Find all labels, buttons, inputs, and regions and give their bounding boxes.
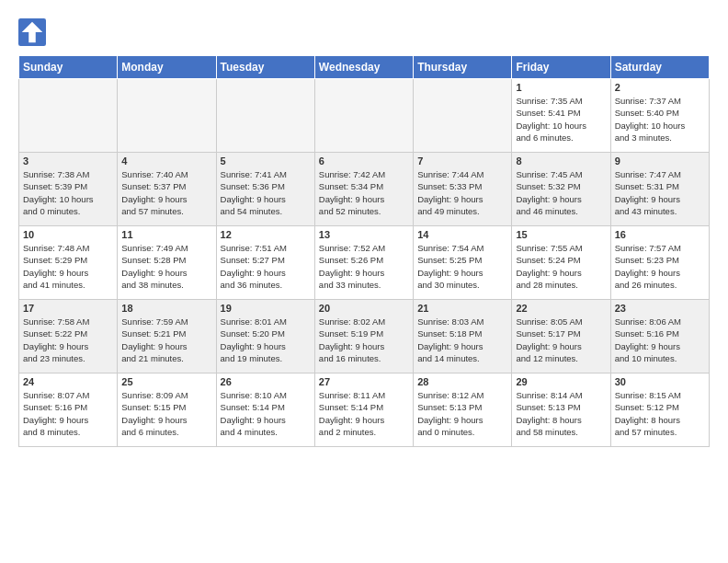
calendar-cell: 23Sunrise: 8:06 AM Sunset: 5:16 PM Dayli… [610,300,709,373]
day-info: Sunrise: 7:37 AM Sunset: 5:40 PM Dayligh… [615,95,705,144]
calendar-cell: 1Sunrise: 7:35 AM Sunset: 5:41 PM Daylig… [512,79,610,153]
day-number: 5 [221,155,311,167]
day-number: 10 [23,229,113,240]
calendar-cell: 12Sunrise: 7:51 AM Sunset: 5:27 PM Dayli… [216,226,314,300]
page: SundayMondayTuesdayWednesdayThursdayFrid… [0,0,728,456]
calendar-cell [414,79,512,153]
day-number: 2 [615,82,705,93]
day-info: Sunrise: 7:57 AM Sunset: 5:23 PM Dayligh… [615,242,705,291]
header-row: SundayMondayTuesdayWednesdayThursdayFrid… [19,56,710,79]
day-number: 18 [121,303,211,314]
calendar-cell [314,79,413,153]
day-info: Sunrise: 7:40 AM Sunset: 5:37 PM Dayligh… [121,168,211,217]
day-number: 1 [516,82,606,93]
day-info: Sunrise: 7:58 AM Sunset: 5:22 PM Dayligh… [23,316,113,364]
calendar-cell: 16Sunrise: 7:57 AM Sunset: 5:23 PM Dayli… [610,226,709,300]
day-info: Sunrise: 7:54 AM Sunset: 5:25 PM Dayligh… [417,242,507,291]
day-info: Sunrise: 8:09 AM Sunset: 5:15 PM Dayligh… [121,389,211,438]
logo [18,18,50,46]
day-info: Sunrise: 8:01 AM Sunset: 5:20 PM Dayligh… [221,316,311,364]
day-info: Sunrise: 7:52 AM Sunset: 5:26 PM Dayligh… [319,242,409,291]
day-number: 13 [319,229,409,240]
day-info: Sunrise: 7:49 AM Sunset: 5:28 PM Dayligh… [121,242,211,291]
day-info: Sunrise: 8:02 AM Sunset: 5:19 PM Dayligh… [319,316,409,364]
week-row-4: 24Sunrise: 8:07 AM Sunset: 5:16 PM Dayli… [19,373,710,447]
day-info: Sunrise: 8:14 AM Sunset: 5:13 PM Dayligh… [516,389,606,438]
day-number: 27 [319,376,409,387]
calendar-cell: 29Sunrise: 8:14 AM Sunset: 5:13 PM Dayli… [512,373,610,447]
day-info: Sunrise: 8:15 AM Sunset: 5:12 PM Dayligh… [615,389,705,438]
calendar-cell: 9Sunrise: 7:47 AM Sunset: 5:31 PM Daylig… [610,153,709,226]
calendar-cell: 7Sunrise: 7:44 AM Sunset: 5:33 PM Daylig… [414,153,512,226]
day-number: 29 [516,376,606,387]
day-number: 8 [516,155,606,167]
calendar-cell: 6Sunrise: 7:42 AM Sunset: 5:34 PM Daylig… [314,153,413,226]
header-day-monday: Monday [118,56,216,79]
calendar-cell: 27Sunrise: 8:11 AM Sunset: 5:14 PM Dayli… [314,373,413,447]
day-number: 21 [417,303,507,314]
calendar-cell: 3Sunrise: 7:38 AM Sunset: 5:39 PM Daylig… [19,153,118,226]
day-number: 24 [23,376,113,387]
day-info: Sunrise: 7:42 AM Sunset: 5:34 PM Dayligh… [319,168,409,217]
calendar-cell: 8Sunrise: 7:45 AM Sunset: 5:32 PM Daylig… [512,153,610,226]
calendar-cell: 15Sunrise: 7:55 AM Sunset: 5:24 PM Dayli… [512,226,610,300]
calendar-header: SundayMondayTuesdayWednesdayThursdayFrid… [19,56,710,79]
day-info: Sunrise: 8:12 AM Sunset: 5:13 PM Dayligh… [417,389,507,438]
day-number: 7 [417,155,507,167]
calendar-cell: 28Sunrise: 8:12 AM Sunset: 5:13 PM Dayli… [414,373,512,447]
day-info: Sunrise: 8:03 AM Sunset: 5:18 PM Dayligh… [417,316,507,364]
day-number: 22 [516,303,606,314]
day-info: Sunrise: 8:06 AM Sunset: 5:16 PM Dayligh… [615,316,705,364]
calendar-cell: 30Sunrise: 8:15 AM Sunset: 5:12 PM Dayli… [610,373,709,447]
calendar-cell: 2Sunrise: 7:37 AM Sunset: 5:40 PM Daylig… [610,79,709,153]
header-day-wednesday: Wednesday [314,56,413,79]
calendar-cell: 17Sunrise: 7:58 AM Sunset: 5:22 PM Dayli… [19,300,118,373]
calendar-cell: 22Sunrise: 8:05 AM Sunset: 5:17 PM Dayli… [512,300,610,373]
day-info: Sunrise: 7:45 AM Sunset: 5:32 PM Dayligh… [516,168,606,217]
day-number: 14 [417,229,507,240]
day-number: 6 [319,155,409,167]
week-row-1: 3Sunrise: 7:38 AM Sunset: 5:39 PM Daylig… [19,153,710,226]
day-number: 9 [615,155,705,167]
week-row-3: 17Sunrise: 7:58 AM Sunset: 5:22 PM Dayli… [19,300,710,373]
calendar-cell: 11Sunrise: 7:49 AM Sunset: 5:28 PM Dayli… [118,226,216,300]
week-row-0: 1Sunrise: 7:35 AM Sunset: 5:41 PM Daylig… [19,79,710,153]
day-info: Sunrise: 7:41 AM Sunset: 5:36 PM Dayligh… [221,168,311,217]
day-number: 3 [23,155,113,167]
week-row-2: 10Sunrise: 7:48 AM Sunset: 5:29 PM Dayli… [19,226,710,300]
day-info: Sunrise: 8:11 AM Sunset: 5:14 PM Dayligh… [319,389,409,438]
header-day-tuesday: Tuesday [216,56,314,79]
day-number: 23 [615,303,705,314]
calendar-cell [118,79,216,153]
header-day-saturday: Saturday [610,56,709,79]
day-number: 20 [319,303,409,314]
calendar-cell: 24Sunrise: 8:07 AM Sunset: 5:16 PM Dayli… [19,373,118,447]
day-info: Sunrise: 7:44 AM Sunset: 5:33 PM Dayligh… [417,168,507,217]
calendar-cell: 5Sunrise: 7:41 AM Sunset: 5:36 PM Daylig… [216,153,314,226]
day-number: 15 [516,229,606,240]
calendar-cell: 13Sunrise: 7:52 AM Sunset: 5:26 PM Dayli… [314,226,413,300]
day-number: 28 [417,376,507,387]
calendar-cell: 18Sunrise: 7:59 AM Sunset: 5:21 PM Dayli… [118,300,216,373]
calendar-cell: 10Sunrise: 7:48 AM Sunset: 5:29 PM Dayli… [19,226,118,300]
header-day-friday: Friday [512,56,610,79]
calendar-cell: 25Sunrise: 8:09 AM Sunset: 5:15 PM Dayli… [118,373,216,447]
calendar-cell: 4Sunrise: 7:40 AM Sunset: 5:37 PM Daylig… [118,153,216,226]
calendar-body: 1Sunrise: 7:35 AM Sunset: 5:41 PM Daylig… [19,79,710,447]
calendar-cell: 21Sunrise: 8:03 AM Sunset: 5:18 PM Dayli… [414,300,512,373]
logo-icon [18,18,46,46]
day-number: 12 [221,229,311,240]
calendar-cell [19,79,118,153]
day-info: Sunrise: 8:07 AM Sunset: 5:16 PM Dayligh… [23,389,113,438]
day-info: Sunrise: 7:55 AM Sunset: 5:24 PM Dayligh… [516,242,606,291]
day-number: 25 [121,376,211,387]
calendar-cell: 14Sunrise: 7:54 AM Sunset: 5:25 PM Dayli… [414,226,512,300]
day-number: 16 [615,229,705,240]
day-info: Sunrise: 7:59 AM Sunset: 5:21 PM Dayligh… [121,316,211,364]
day-number: 19 [221,303,311,314]
calendar-cell: 20Sunrise: 8:02 AM Sunset: 5:19 PM Dayli… [314,300,413,373]
day-number: 4 [121,155,211,167]
day-number: 30 [615,376,705,387]
day-info: Sunrise: 7:35 AM Sunset: 5:41 PM Dayligh… [516,95,606,144]
day-info: Sunrise: 8:10 AM Sunset: 5:14 PM Dayligh… [221,389,311,438]
